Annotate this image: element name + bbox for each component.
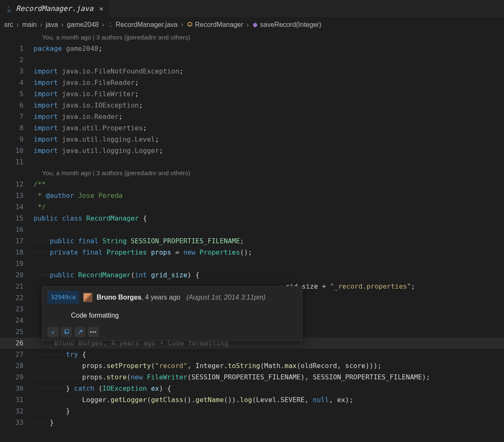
editor-tab[interactable]: RecordManager.java ✕ bbox=[0, 0, 110, 17]
line-number: 25 bbox=[0, 326, 34, 337]
breadcrumb-item[interactable]: main bbox=[22, 21, 37, 29]
line-number: 2 bbox=[0, 54, 34, 66]
hover-date: (August 1st, 2014 3:11pm) bbox=[186, 294, 266, 301]
code-line[interactable]: 20····public RecordManager(int grid_size… bbox=[0, 269, 504, 281]
line-number: 28 bbox=[0, 360, 34, 371]
codelens-info[interactable]: You, a month ago | 3 authors (jperedadnr… bbox=[0, 32, 504, 43]
line-number: 7 bbox=[0, 111, 34, 122]
prev-change-button[interactable]: « bbox=[47, 327, 58, 337]
breadcrumb-item[interactable]: saveRecord(Integer) bbox=[260, 21, 321, 29]
line-number: 1 bbox=[0, 43, 34, 54]
code-line[interactable]: 17····public final String SESSION_PROPER… bbox=[0, 235, 504, 247]
code-line[interactable]: 13 * @author Jose Pereda bbox=[0, 190, 504, 201]
open-external-icon[interactable] bbox=[74, 327, 85, 337]
line-number: 31 bbox=[0, 394, 34, 405]
code-line[interactable]: 4import java.io.FileReader; bbox=[0, 77, 504, 88]
line-number: 16 bbox=[0, 224, 34, 235]
breadcrumb-item[interactable]: game2048 bbox=[67, 21, 99, 29]
line-number: 20 bbox=[0, 269, 34, 281]
close-icon[interactable]: ✕ bbox=[99, 5, 103, 13]
line-number: 3 bbox=[0, 66, 34, 77]
java-icon bbox=[5, 5, 13, 12]
code-line[interactable]: 31············Logger.getLogger(getClass(… bbox=[0, 394, 504, 405]
line-number: 32 bbox=[0, 405, 34, 417]
hover-actions: « ••• bbox=[47, 327, 297, 337]
code-line[interactable]: 8import java.util.Properties; bbox=[0, 122, 504, 134]
copy-icon[interactable] bbox=[61, 327, 72, 337]
line-number: 12 bbox=[0, 179, 34, 190]
code-line[interactable]: 16 bbox=[0, 224, 504, 235]
line-number: 13 bbox=[0, 190, 34, 201]
code-line[interactable]: 11 bbox=[0, 156, 504, 168]
hover-time: 4 years ago bbox=[145, 294, 181, 301]
chevron-right-icon: › bbox=[179, 21, 185, 29]
code-line[interactable]: 10import java.util.logging.Logger; bbox=[0, 145, 504, 156]
hover-header: 32949ca Bruno Borges, 4 years ago (Augus… bbox=[47, 291, 297, 304]
line-number: 5 bbox=[0, 88, 34, 100]
codelens-info[interactable]: You, a month ago | 3 authors (jperedadnr… bbox=[0, 168, 504, 179]
code-editor[interactable]: You, a month ago | 3 authors (jperedadnr… bbox=[0, 32, 504, 428]
chevron-right-icon: › bbox=[15, 21, 20, 29]
method-icon bbox=[252, 22, 258, 28]
breadcrumb-item[interactable]: RecordManager.java bbox=[116, 21, 178, 29]
line-number: 17 bbox=[0, 235, 34, 247]
code-line[interactable]: 19 bbox=[0, 258, 504, 269]
breadcrumb-item[interactable]: RecordManager bbox=[195, 21, 243, 29]
code-line[interactable]: 5import java.io.FileWriter; bbox=[0, 88, 504, 100]
hover-author: Bruno Borges bbox=[97, 294, 142, 301]
line-number: 33 bbox=[0, 417, 34, 428]
line-number: 9 bbox=[0, 134, 34, 145]
line-number: 26 bbox=[0, 337, 34, 349]
code-line[interactable]: 27········try { bbox=[0, 349, 504, 360]
line-number: 10 bbox=[0, 145, 34, 156]
commit-message: Code formatting bbox=[47, 304, 297, 327]
code-line[interactable]: 15public class RecordManager { bbox=[0, 213, 504, 224]
code-line[interactable]: 9import java.util.logging.Level; bbox=[0, 134, 504, 145]
code-line[interactable]: 3import java.io.FileNotFoundException; bbox=[0, 66, 504, 77]
avatar bbox=[83, 293, 92, 302]
code-line[interactable]: 18····private final Properties props = n… bbox=[0, 247, 504, 258]
code-line[interactable]: 1package game2048; bbox=[0, 43, 504, 54]
chevron-right-icon: › bbox=[38, 21, 44, 29]
svg-rect-1 bbox=[66, 329, 68, 332]
class-icon bbox=[186, 21, 193, 28]
code-line[interactable]: 7import java.io.Reader; bbox=[0, 111, 504, 122]
line-number: 14 bbox=[0, 201, 34, 213]
line-number: 15 bbox=[0, 213, 34, 224]
code-line[interactable]: 6import java.io.IOException; bbox=[0, 100, 504, 111]
chevron-right-icon: › bbox=[100, 21, 106, 29]
commit-hash[interactable]: 32949ca bbox=[47, 291, 79, 304]
line-number: 30 bbox=[0, 383, 34, 394]
line-number: 4 bbox=[0, 77, 34, 88]
line-number: 21 bbox=[0, 281, 34, 292]
code-line[interactable]: 33····} bbox=[0, 417, 504, 428]
tab-bar: RecordManager.java ✕ bbox=[0, 0, 504, 17]
code-line[interactable]: 30········} catch (IOException ex) { bbox=[0, 383, 504, 394]
breadcrumb-item[interactable]: src bbox=[4, 21, 13, 29]
line-number: 19 bbox=[0, 258, 34, 269]
tab-filename: RecordManager.java bbox=[16, 4, 93, 13]
line-number: 29 bbox=[0, 371, 34, 383]
line-number: 27 bbox=[0, 349, 34, 360]
more-icon[interactable]: ••• bbox=[88, 327, 99, 337]
line-number: 18 bbox=[0, 247, 34, 258]
code-line[interactable]: 14 */ bbox=[0, 201, 504, 213]
line-number: 11 bbox=[0, 156, 34, 168]
chevron-right-icon: › bbox=[60, 21, 65, 29]
code-line[interactable]: 2 bbox=[0, 54, 504, 66]
code-line[interactable]: 32········} bbox=[0, 405, 504, 417]
breadcrumb-item[interactable]: java bbox=[46, 21, 58, 29]
line-number: 6 bbox=[0, 100, 34, 111]
java-icon bbox=[108, 22, 114, 28]
line-number: 8 bbox=[0, 122, 34, 134]
code-line[interactable]: 28············props.setProperty("record"… bbox=[0, 360, 504, 371]
code-line[interactable]: 29············props.store(new FileWriter… bbox=[0, 371, 504, 383]
code-line[interactable]: 12/** bbox=[0, 179, 504, 190]
breadcrumb: src› main› java› game2048› RecordManager… bbox=[0, 17, 504, 32]
chevron-right-icon: › bbox=[245, 21, 250, 29]
blame-hover-popup: 32949ca Bruno Borges, 4 years ago (Augus… bbox=[42, 286, 302, 341]
line-number: 24 bbox=[0, 315, 34, 326]
line-number: 23 bbox=[0, 303, 34, 315]
line-number: 22 bbox=[0, 292, 34, 303]
